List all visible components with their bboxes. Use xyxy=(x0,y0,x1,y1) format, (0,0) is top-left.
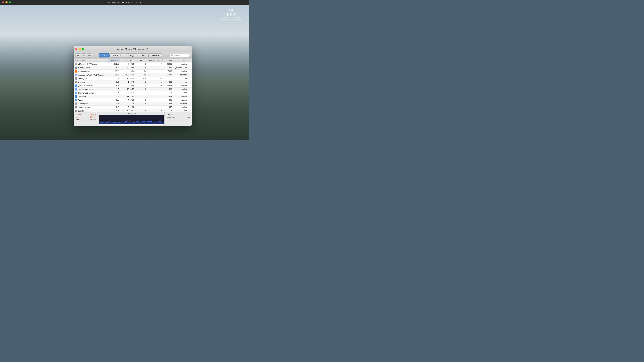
user-label: User: xyxy=(76,116,80,118)
maximize-button[interactable] xyxy=(9,1,11,3)
cell-user: martinlo xyxy=(173,84,188,87)
col-threads[interactable]: Threads xyxy=(135,59,147,62)
close-button[interactable] xyxy=(2,1,4,3)
cell-cpu-pct: 1.7 xyxy=(108,88,120,91)
cell-threads: 3 xyxy=(135,80,147,84)
table-row[interactable]: com.apple.WebKit.WebContent 15.1 1:00:24… xyxy=(74,73,192,77)
chart-label: CPU LOAD xyxy=(99,113,164,115)
cell-kind: 64 bit xyxy=(188,88,192,91)
table-row[interactable]: QuickTime Player 5.6 20.64 21 180 26678 … xyxy=(74,84,192,88)
info-button[interactable]: ⓘ xyxy=(81,53,86,57)
col-pid[interactable]: PID xyxy=(163,59,173,62)
cell-threads: 5 xyxy=(135,95,147,98)
tab-energy[interactable]: Energy xyxy=(124,53,137,57)
am-maximize-button[interactable] xyxy=(82,48,84,50)
cell-cpu-time: 7:37.25 xyxy=(120,62,135,66)
cell-process-name: Dashboard xyxy=(74,95,108,98)
cell-process-name: QuickTime Player xyxy=(74,84,108,87)
search-icon: 🔍 xyxy=(171,54,174,56)
system-stat: System: 4.65% xyxy=(76,114,96,116)
search-box[interactable]: 🔍 xyxy=(170,54,190,57)
system-label: System: xyxy=(76,114,82,116)
cell-pid: 26678 xyxy=(163,84,173,87)
process-icon xyxy=(75,88,77,90)
processes-value: 635 xyxy=(186,116,190,118)
tab-cpu[interactable]: CPU xyxy=(99,53,110,57)
table-row[interactable]: Activity Monitor 15.2 23.64 14 2 27089 m… xyxy=(74,70,192,73)
cell-pid: 1 xyxy=(163,109,173,112)
macos-titlebar: ok_Sony_4K_HDR_Camp.mp4 ▾ xyxy=(0,0,249,5)
am-titlebar: Activity Monitor (All Processes) xyxy=(74,46,192,52)
back-button[interactable]: ◀ xyxy=(75,53,80,57)
process-table: Process Name % CPU ↓ CPU Time Threads Id… xyxy=(74,59,192,112)
col-cpu-time[interactable]: CPU Time xyxy=(120,59,135,62)
cell-idle-wakeups: 0 xyxy=(147,62,163,66)
am-title: Activity Monitor (All Processes) xyxy=(117,48,148,50)
cell-pid: 15904 xyxy=(163,73,173,77)
table-row[interactable]: VTDecoderXPCService 172.5 7:37.25 8 0 26… xyxy=(74,62,192,66)
tab-network[interactable]: Network xyxy=(148,53,162,57)
cell-cpu-time: 15:36.75 xyxy=(120,88,135,91)
cell-kind: 64 bit xyxy=(188,102,192,105)
cell-user: root xyxy=(173,77,188,80)
cell-cpu-time: 1:13:56.88 xyxy=(120,77,135,80)
col-cpu-pct[interactable]: % CPU ↓ xyxy=(108,59,120,62)
cell-kind: 64 bit xyxy=(188,95,192,98)
table-row[interactable]: CJSUAgent 0.2 27.09 5 1 892 asukaho 64 b… xyxy=(74,102,192,106)
cell-cpu-time: 20.64 xyxy=(120,84,135,87)
col-idle-wakeups[interactable]: Idle Wake Ups xyxy=(147,59,163,62)
col-process-name[interactable]: Process Name xyxy=(74,59,108,62)
process-icon xyxy=(75,70,77,72)
col-user[interactable]: User xyxy=(173,59,188,62)
tab-memory[interactable]: Memory xyxy=(110,53,124,57)
user-stat: User: 15.59% xyxy=(76,116,96,118)
cell-cpu-pct: 15.7 xyxy=(108,66,120,69)
tab-disk[interactable]: Disk xyxy=(138,53,148,57)
cell-user: root xyxy=(173,91,188,95)
cell-kind: 64 bit xyxy=(188,84,192,87)
cell-cpu-pct: 172.5 xyxy=(108,62,120,66)
table-row[interactable]: Finder 0.5 4:20.80 9 4 343 martinlo 64 b… xyxy=(74,98,192,102)
cell-threads: 18 xyxy=(135,73,147,77)
cell-process-name: kernel_task xyxy=(74,77,108,80)
cell-idle-wakeups: 1 xyxy=(147,91,163,95)
cell-kind: 64 bit xyxy=(188,109,192,112)
cell-idle-wakeups: 1 xyxy=(147,102,163,105)
cell-user: root xyxy=(173,109,188,112)
am-close-button[interactable] xyxy=(75,48,78,50)
am-minimize-button[interactable] xyxy=(79,48,81,50)
hdr-subtitle: Ultra HD 3840×2160 Pixels xyxy=(222,17,240,18)
col-kind[interactable]: Kind xyxy=(188,59,192,62)
table-row[interactable]: WindowServer 15.7 1:40:30.54 6 361 244 _… xyxy=(74,66,192,70)
cell-idle-wakeups: 47 xyxy=(147,73,163,77)
threads-label: Threads xyxy=(166,114,174,116)
cell-cpu-pct: 15.2 xyxy=(108,70,120,73)
cell-user: martinlo xyxy=(173,62,188,66)
idle-value: 79.76% xyxy=(90,118,96,120)
table-row[interactable]: iStatMenusDaemon 1.4 6:18.70 3 1 63 root… xyxy=(74,91,192,95)
cell-cpu-pct: 0.2 xyxy=(108,109,120,112)
table-row[interactable]: launchd 0.2 10:49.42 4 0 1 root 64 bit xyxy=(74,109,192,112)
chevron-down-icon: ▾ xyxy=(90,54,91,56)
cell-cpu-time: 1:58.46 xyxy=(120,80,135,84)
cell-threads: 236 xyxy=(135,77,147,80)
cell-kind: 64 bit xyxy=(188,98,192,102)
cell-idle-wakeups: 361 xyxy=(147,66,163,69)
cell-cpu-time: 23.64 xyxy=(120,70,135,73)
cell-user: martinlo xyxy=(173,70,188,73)
table-row[interactable]: SystemUIServer 0.2 2:12.60 4 2 342 marti… xyxy=(74,106,192,109)
table-row[interactable]: sysmond 5.8 1:58.46 3 1 281 root 64 bit xyxy=(74,80,192,84)
table-row[interactable]: iStat Menus Status 1.7 15:36.75 6 1 489 … xyxy=(74,88,192,91)
table-row[interactable]: Dashboard 1.0 11:27.49 5 2 1404 martinlo… xyxy=(74,95,192,98)
minimize-button[interactable] xyxy=(6,1,8,3)
cell-user: martinlo xyxy=(173,106,188,109)
cell-process-name: WindowServer xyxy=(74,66,108,69)
action-button[interactable]: ⚙ ▾ xyxy=(87,53,92,57)
cell-kind: 64 bit xyxy=(188,106,192,109)
cell-pid: 244 xyxy=(163,66,173,69)
cell-user: root xyxy=(173,80,188,84)
process-icon xyxy=(75,66,77,69)
cell-kind: 64 bit xyxy=(188,77,192,80)
search-input[interactable] xyxy=(174,54,188,57)
table-row[interactable]: kernel_task 7.6 1:13:56.88 236 294 0 roo… xyxy=(74,77,192,80)
